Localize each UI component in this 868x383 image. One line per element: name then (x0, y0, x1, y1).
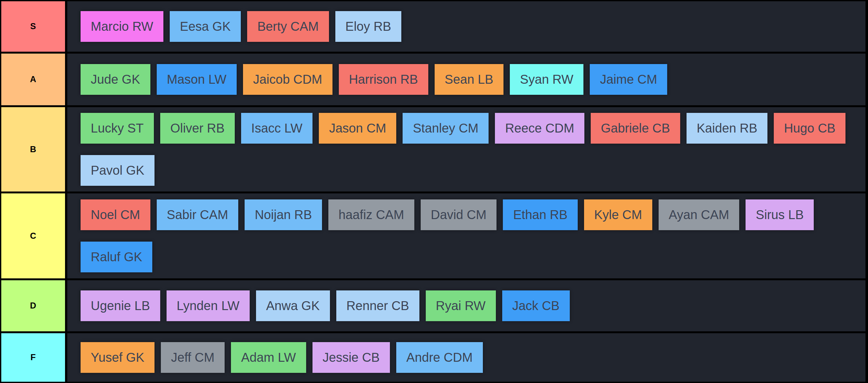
player-card-label: Raluf GK (91, 250, 142, 264)
tier-label-cell-d[interactable]: D (1, 280, 67, 331)
player-card-label: Syan RW (520, 72, 573, 87)
player-card-label: Sabir CAM (167, 208, 228, 222)
player-card[interactable]: Jeff CM (161, 342, 225, 373)
player-card-label: Eloy RB (345, 19, 392, 34)
player-card[interactable]: Ayan CAM (659, 199, 739, 230)
player-card[interactable]: Ethan RB (503, 199, 578, 230)
player-card[interactable]: Jack CB (502, 290, 570, 321)
player-card[interactable]: Renner CB (336, 290, 420, 321)
player-card[interactable]: Kaiden RB (686, 113, 768, 143)
tier-row-d: DUgenie LBLynden LWAnwa GKRenner CBRyai … (1, 280, 865, 333)
player-card-label: Kyle CM (594, 208, 642, 222)
player-card[interactable]: Harrison RB (339, 64, 428, 95)
player-card-label: Noijan RB (255, 208, 312, 222)
player-card[interactable]: David CM (421, 199, 497, 230)
player-card[interactable]: Pavol GK (81, 155, 155, 186)
player-card[interactable]: Sean LB (435, 64, 503, 95)
player-card-label: Reece CDM (505, 121, 574, 135)
player-card[interactable]: Jessie CB (312, 342, 390, 373)
tier-label: B (30, 145, 36, 154)
player-card[interactable]: Reece CDM (495, 113, 584, 143)
player-card-label: Marcio RW (91, 19, 153, 34)
player-card[interactable]: Sirus LB (746, 199, 814, 230)
player-card[interactable]: Jason CM (319, 113, 396, 143)
tier-row-content-c: Noel CMSabir CAMNoijan RBhaafiz CAMDavid… (67, 193, 865, 278)
player-card[interactable]: Noijan RB (245, 199, 322, 230)
tier-label: F (30, 353, 36, 362)
player-card-label: Ethan RB (513, 208, 567, 222)
player-card-label: Mason LW (167, 72, 226, 87)
tier-row-c: CNoel CMSabir CAMNoijan RBhaafiz CAMDavi… (1, 193, 865, 280)
player-card[interactable]: Berty CAM (247, 11, 329, 42)
player-card[interactable]: Marcio RW (81, 11, 163, 42)
player-card[interactable]: Adam LW (231, 342, 306, 373)
player-card[interactable]: Anwa GK (256, 290, 330, 321)
player-card[interactable]: Ryai RW (426, 290, 496, 321)
player-card-label: Stanley CM (413, 121, 478, 135)
tier-row-content-f: Yusef GKJeff CMAdam LWJessie CBAndre CDM (67, 333, 865, 382)
tier-row-content-d: Ugenie LBLynden LWAnwa GKRenner CBRyai R… (67, 280, 865, 331)
player-card-label: Ryai RW (436, 299, 486, 313)
tier-label-cell-a[interactable]: A (1, 54, 67, 105)
player-card[interactable]: Ugenie LB (81, 290, 160, 321)
player-card-label: Hugo CB (784, 121, 835, 135)
tier-label-cell-c[interactable]: C (1, 193, 67, 278)
player-card-label: Oliver RB (170, 121, 225, 135)
player-card[interactable]: Gabriele CB (591, 113, 680, 143)
player-card-label: Isacc LW (251, 121, 303, 135)
player-card-label: Renner CB (346, 299, 409, 313)
player-card-label: Gabriele CB (601, 121, 670, 135)
player-card[interactable]: Yusef GK (81, 342, 155, 373)
player-card[interactable]: Lynden LW (166, 290, 250, 321)
player-card-label: Jessie CB (323, 350, 380, 364)
player-card-label: Yusef GK (91, 350, 144, 364)
player-card[interactable]: haafiz CAM (328, 199, 414, 230)
player-card-label: Sirus LB (756, 208, 804, 222)
player-card[interactable]: Jaime CM (590, 64, 667, 95)
tier-row-content-s: Marcio RWEesa GKBerty CAMEloy RB (67, 1, 865, 52)
player-card[interactable]: Syan RW (510, 64, 583, 95)
player-card-label: Jaime CM (600, 72, 657, 87)
tier-row-b: BLucky STOliver RBIsacc LWJason CMStanle… (1, 107, 865, 193)
player-card[interactable]: Kyle CM (584, 199, 652, 230)
player-card-label: Berty CAM (257, 19, 318, 34)
player-card[interactable]: Eesa GK (170, 11, 241, 42)
player-card-label: Jack CB (513, 299, 560, 313)
player-card[interactable]: Mason LW (157, 64, 237, 95)
player-card-label: Anwa GK (266, 299, 320, 313)
player-card[interactable]: Noel CM (81, 199, 150, 230)
tier-row-content-b: Lucky STOliver RBIsacc LWJason CMStanley… (67, 107, 865, 191)
player-card[interactable]: Andre CDM (396, 342, 483, 373)
player-card-label: Lucky ST (91, 121, 144, 135)
player-card-label: Jason CM (329, 121, 386, 135)
tier-label: S (30, 22, 36, 31)
player-card-label: Ayan CAM (669, 208, 729, 222)
player-card[interactable]: Lucky ST (81, 113, 154, 143)
player-card[interactable]: Stanley CM (403, 113, 489, 143)
player-card-label: David CM (431, 208, 487, 222)
player-card-label: Eesa GK (180, 19, 230, 34)
player-card[interactable]: Jude GK (81, 64, 150, 95)
player-card[interactable]: Isacc LW (241, 113, 313, 143)
tier-label-cell-s[interactable]: S (1, 1, 67, 52)
player-card[interactable]: Raluf GK (81, 242, 152, 273)
tier-list: SMarcio RWEesa GKBerty CAMEloy RBAJude G… (0, 0, 868, 383)
player-card[interactable]: Oliver RB (160, 113, 235, 143)
player-card-label: haafiz CAM (339, 208, 404, 222)
player-card[interactable]: Jaicob CDM (243, 64, 333, 95)
player-card-label: Harrison RB (349, 72, 418, 87)
tier-label-cell-f[interactable]: F (1, 333, 67, 382)
tier-row-f: FYusef GKJeff CMAdam LWJessie CBAndre CD… (1, 333, 865, 382)
player-card[interactable]: Sabir CAM (157, 199, 238, 230)
tier-label: C (30, 231, 36, 241)
player-card-label: Jaicob CDM (253, 72, 322, 87)
player-card[interactable]: Hugo CB (774, 113, 845, 143)
player-card-label: Andre CDM (406, 350, 473, 364)
player-card-label: Pavol GK (91, 163, 144, 178)
player-card-label: Kaiden RB (697, 121, 757, 135)
tier-row-s: SMarcio RWEesa GKBerty CAMEloy RB (1, 1, 865, 54)
player-card[interactable]: Eloy RB (335, 11, 402, 42)
tier-label-cell-b[interactable]: B (1, 107, 67, 191)
player-card-label: Jude GK (91, 72, 140, 87)
tier-row-a: AJude GKMason LWJaicob CDMHarrison RBSea… (1, 54, 865, 107)
